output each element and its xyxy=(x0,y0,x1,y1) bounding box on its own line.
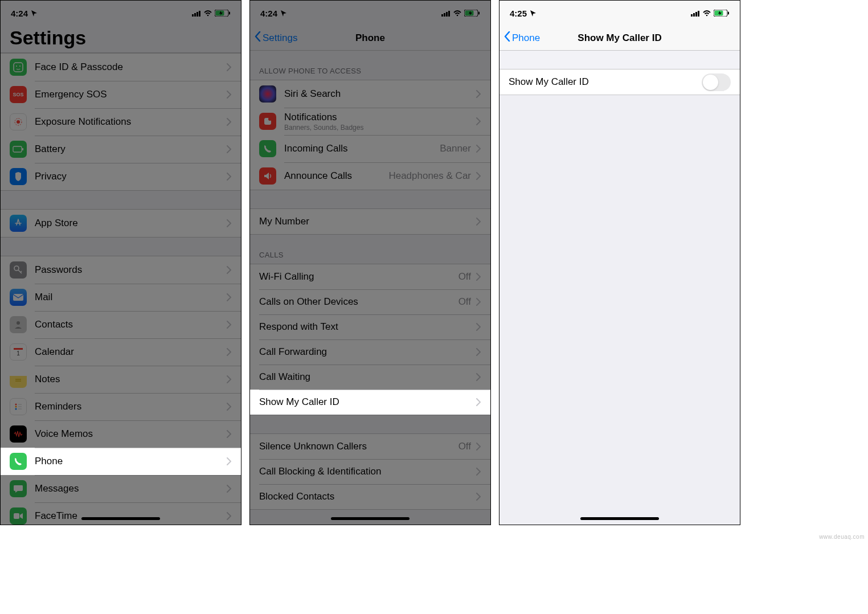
row-label: Passwords xyxy=(35,264,222,276)
row-call-forwarding[interactable]: Call Forwarding xyxy=(250,339,490,365)
row-battery[interactable]: Battery xyxy=(1,136,241,163)
status-time: 4:24 xyxy=(260,9,277,18)
chevron-right-icon xyxy=(476,373,481,381)
phone-settings-list[interactable]: Allow Phone to Access Siri & Search Noti… xyxy=(250,51,490,510)
section-calls: Calls xyxy=(250,235,490,264)
watermark: www.deuaq.com xyxy=(819,534,865,540)
row-reminders[interactable]: Reminders xyxy=(1,393,241,420)
row-my-number[interactable]: My Number xyxy=(250,209,490,234)
back-button[interactable]: Phone xyxy=(504,26,540,50)
row-passwords[interactable]: Passwords xyxy=(1,256,241,284)
row-label: Call Waiting xyxy=(259,371,471,383)
nav-header: Settings Phone xyxy=(250,26,490,51)
row-label: Show My Caller ID xyxy=(259,396,471,408)
svg-point-24 xyxy=(15,408,17,410)
back-button[interactable]: Settings xyxy=(255,26,297,50)
screen-caller-id: 4:25 Phone Show My Caller ID Show My Cal… xyxy=(499,0,740,525)
row-exposure[interactable]: Exposure Notifications xyxy=(1,108,241,136)
page-title: Phone xyxy=(355,32,385,44)
row-label: Notes xyxy=(35,374,222,385)
row-respond-with-text[interactable]: Respond with Text xyxy=(250,314,490,339)
row-label: Respond with Text xyxy=(259,321,471,333)
settings-list[interactable]: Face ID & Passcode SOS Emergency SOS Exp… xyxy=(1,53,241,525)
row-mail[interactable]: Mail xyxy=(1,284,241,311)
back-label: Phone xyxy=(512,32,540,44)
toggle-knob xyxy=(703,75,718,90)
svg-point-31 xyxy=(268,117,272,121)
home-indicator[interactable] xyxy=(81,517,160,520)
row-show-my-caller-id-toggle[interactable]: Show My Caller ID xyxy=(499,69,740,95)
row-label: Siri & Search xyxy=(284,88,471,100)
row-value: Headphones & Car xyxy=(388,170,471,182)
svg-text:1: 1 xyxy=(17,350,20,357)
chevron-right-icon xyxy=(226,321,232,329)
row-show-my-caller-id[interactable]: Show My Caller ID xyxy=(250,390,490,415)
status-bar: 4:24 xyxy=(1,1,241,26)
signal-icon xyxy=(441,10,451,17)
row-contacts[interactable]: Contacts xyxy=(1,311,241,338)
wifi-icon xyxy=(703,10,711,17)
row-label: Exposure Notifications xyxy=(35,116,222,128)
notifications-icon xyxy=(259,113,276,130)
home-indicator[interactable] xyxy=(331,517,410,520)
chevron-right-icon xyxy=(226,293,232,301)
row-faceid[interactable]: Face ID & Passcode xyxy=(1,54,241,81)
chevron-right-icon xyxy=(226,403,232,411)
row-label: Mail xyxy=(35,292,222,303)
svg-point-17 xyxy=(17,321,20,325)
chevron-right-icon xyxy=(226,430,232,438)
chevron-right-icon xyxy=(226,173,232,181)
svg-point-22 xyxy=(15,404,17,406)
row-voicememos[interactable]: Voice Memos xyxy=(1,420,241,448)
row-calls-other-devices[interactable]: Calls on Other Devices Off xyxy=(250,289,490,314)
row-label: Reminders xyxy=(35,401,222,412)
row-label: Blocked Contacts xyxy=(259,491,471,502)
row-silence-unknown[interactable]: Silence Unknown Callers Off xyxy=(250,434,490,459)
chevron-right-icon xyxy=(226,485,232,493)
chevron-right-icon xyxy=(476,443,481,451)
row-label: Call Blocking & Identification xyxy=(259,466,471,477)
row-sos[interactable]: SOS Emergency SOS xyxy=(1,81,241,108)
row-call-blocking[interactable]: Call Blocking & Identification xyxy=(250,459,490,484)
chevron-right-icon xyxy=(476,323,481,331)
row-messages[interactable]: Messages xyxy=(1,475,241,502)
svg-point-11 xyxy=(17,120,20,124)
chevron-right-icon xyxy=(476,90,481,98)
home-indicator[interactable] xyxy=(580,517,659,520)
faceid-icon xyxy=(10,59,27,76)
row-announce-calls[interactable]: Announce Calls Headphones & Car xyxy=(250,162,490,190)
row-call-waiting[interactable]: Call Waiting xyxy=(250,365,490,390)
row-label: Messages xyxy=(35,483,222,494)
row-facetime[interactable]: FaceTime xyxy=(1,502,241,525)
row-label: Voice Memos xyxy=(35,428,222,440)
row-notifications[interactable]: Notifications Banners, Sounds, Badges xyxy=(250,108,490,135)
row-label: Emergency SOS xyxy=(35,89,222,100)
callerid-list: Show My Caller ID xyxy=(499,51,740,95)
row-label: Incoming Calls xyxy=(284,143,435,154)
contacts-icon xyxy=(10,316,27,333)
chevron-right-icon xyxy=(476,468,481,476)
chevron-right-icon xyxy=(476,348,481,356)
row-calendar[interactable]: 1 Calendar xyxy=(1,338,241,366)
facetime-icon xyxy=(10,507,27,525)
caller-id-toggle[interactable] xyxy=(702,73,731,91)
row-label: Phone xyxy=(35,456,222,467)
svg-rect-16 xyxy=(13,294,23,301)
chevron-right-icon xyxy=(226,219,232,227)
row-siri[interactable]: Siri & Search xyxy=(250,80,490,108)
screen-phone-settings: 4:24 Settings Phone Allow Phone to Acces… xyxy=(249,0,491,525)
row-wifi-calling[interactable]: Wi-Fi Calling Off xyxy=(250,264,490,289)
notes-icon xyxy=(10,371,27,388)
row-incoming-calls[interactable]: Incoming Calls Banner xyxy=(250,135,490,162)
location-icon xyxy=(530,10,537,17)
chevron-right-icon xyxy=(226,118,232,126)
mail-icon xyxy=(10,289,27,306)
row-phone[interactable]: Phone xyxy=(1,448,241,475)
chevron-right-icon xyxy=(226,145,232,153)
chevron-right-icon xyxy=(226,91,232,99)
reminders-icon xyxy=(10,398,27,415)
row-privacy[interactable]: Privacy xyxy=(1,163,241,190)
row-appstore[interactable]: App Store xyxy=(1,210,241,237)
row-notes[interactable]: Notes xyxy=(1,366,241,393)
row-blocked-contacts[interactable]: Blocked Contacts xyxy=(250,484,490,509)
